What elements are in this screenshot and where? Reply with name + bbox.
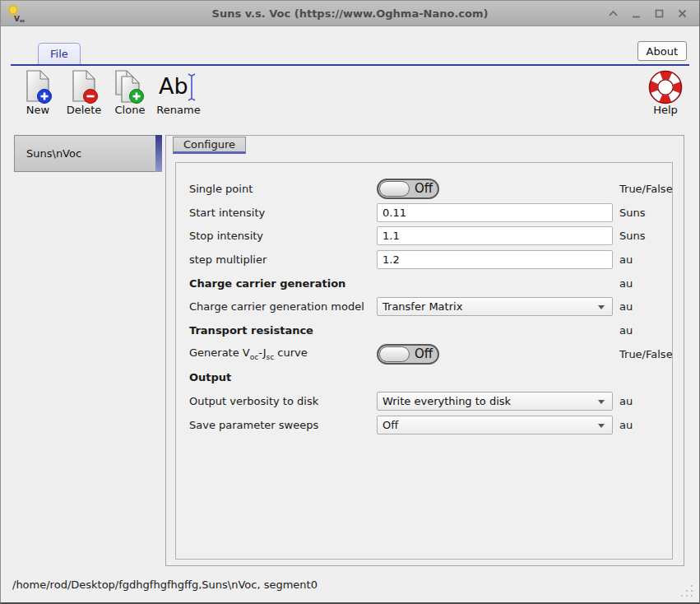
field-label: step multiplier: [189, 253, 370, 266]
form-row: step multiplierau: [189, 248, 672, 272]
dropdown-value: Write everything to disk: [382, 395, 511, 407]
chevron-down-icon: [598, 424, 605, 428]
text-input[interactable]: [377, 226, 613, 245]
rename-button[interactable]: Ab Rename: [153, 69, 204, 131]
unit-label: True/False: [619, 348, 673, 360]
unit-label: au: [619, 419, 672, 431]
tab-configure[interactable]: Configure: [173, 137, 246, 154]
toggle-value: Off: [415, 181, 433, 196]
svg-text:Voc: Voc: [14, 15, 25, 23]
unit-label: au: [619, 395, 672, 407]
help-button-label: Help: [653, 104, 678, 116]
clone-button[interactable]: Clone: [107, 69, 153, 131]
tab-file[interactable]: File: [38, 43, 81, 64]
new-button-label: New: [26, 104, 49, 116]
tab-file-label: File: [50, 48, 68, 60]
document-delete-icon: [69, 69, 99, 105]
field-label: Output verbosity to disk: [189, 395, 370, 407]
field-label: Save parameter sweeps: [189, 419, 370, 431]
form-row: Transport resistanceau: [189, 318, 672, 342]
content-area: Suns\nVoc Configure Single pointOffTrue/…: [1, 135, 699, 566]
form-row: Charge carrier generation modelTransfer …: [189, 295, 672, 318]
rename-text-cursor-icon: Ab: [157, 69, 200, 105]
dropdown-value: Off: [382, 419, 398, 431]
text-input[interactable]: [377, 203, 613, 222]
dropdown-value: Transfer Matrix: [382, 300, 462, 313]
delete-button-label: Delete: [67, 104, 102, 116]
app-window: Voc Suns v.s. Voc (https://www.Oghma-Nan…: [0, 0, 700, 604]
form-row: Stop intensitySuns: [189, 224, 672, 248]
chevron-down-icon: [598, 305, 605, 309]
field-label: Single point: [189, 183, 370, 195]
sidebar-item-label: Suns\nVoc: [26, 147, 81, 160]
toggle-knob: [379, 346, 410, 362]
field-label: Transport resistance: [189, 324, 370, 337]
window-title: Suns v.s. Voc (https://www.Oghma-Nano.co…: [1, 7, 699, 20]
form-row: Single pointOffTrue/False: [189, 177, 672, 201]
field-label: Start intensity: [189, 207, 370, 219]
main-panel: Configure Single pointOffTrue/FalseStart…: [165, 135, 684, 566]
status-path-text: /home/rod/Desktop/fgdhgfhgfhgffg,Suns\nV…: [12, 578, 318, 591]
field-label: Output: [189, 371, 370, 383]
unit-label: Suns: [619, 230, 672, 242]
dropdown[interactable]: Write everything to disk: [377, 392, 613, 411]
close-icon[interactable]: [677, 8, 688, 19]
form-row: Save parameter sweepsOffau: [189, 413, 672, 437]
chevron-down-icon: [598, 400, 605, 404]
toolbar: New Delete: [1, 66, 699, 131]
tab-configure-label: Configure: [183, 138, 235, 151]
about-button-label: About: [647, 45, 678, 58]
form-row: Charge carrier generationau: [189, 272, 672, 295]
document-clone-icon: [114, 69, 146, 105]
unit-label: au: [619, 253, 672, 266]
dropdown[interactable]: Transfer Matrix: [377, 297, 613, 316]
field-label: Charge carrier generation: [189, 277, 370, 290]
field-label: Stop intensity: [189, 230, 370, 242]
unit-label: au: [619, 324, 672, 337]
menu-tab-bar: File About: [1, 26, 699, 66]
app-sun-voc-icon: Voc: [5, 2, 25, 24]
rollup-icon[interactable]: [608, 8, 619, 19]
field-label: Generate Voc-Jsc curve: [189, 346, 370, 361]
minimize-icon[interactable]: [631, 8, 642, 19]
configure-form: Single pointOffTrue/FalseStart intensity…: [175, 162, 673, 560]
selected-indicator-strip: [155, 135, 162, 172]
sidebar: Suns\nVoc: [1, 135, 165, 566]
form-rows: Single pointOffTrue/FalseStart intensity…: [189, 177, 672, 437]
statusbar: /home/rod/Desktop/fgdhgfhgfhgffg,Suns\nV…: [1, 566, 699, 603]
toggle-switch[interactable]: Off: [377, 344, 439, 365]
rename-button-label: Rename: [156, 104, 200, 116]
toggle-knob: [379, 181, 410, 197]
form-row: Output: [189, 366, 672, 390]
dropdown[interactable]: Off: [377, 416, 613, 434]
form-row: Generate Voc-Jsc curveOffTrue/False: [189, 342, 672, 366]
new-button[interactable]: New: [15, 69, 61, 131]
delete-button[interactable]: Delete: [61, 69, 107, 131]
about-button[interactable]: About: [637, 41, 687, 61]
resize-grip[interactable]: [680, 584, 694, 598]
form-row: Start intensitySuns: [189, 201, 672, 225]
unit-label: Suns: [619, 207, 672, 219]
form-row: Output verbosity to diskWrite everything…: [189, 389, 672, 413]
clone-button-label: Clone: [115, 104, 146, 116]
svg-text:Ab: Ab: [159, 73, 188, 99]
text-input[interactable]: [377, 250, 613, 269]
help-button[interactable]: Help: [642, 69, 688, 116]
lifesaver-icon: [647, 69, 684, 105]
unit-label: au: [619, 300, 672, 313]
titlebar[interactable]: Voc Suns v.s. Voc (https://www.Oghma-Nan…: [1, 1, 699, 26]
field-label: Charge carrier generation model: [189, 300, 370, 313]
maximize-icon[interactable]: [654, 8, 665, 19]
toggle-value: Off: [415, 346, 433, 361]
sidebar-item-suns-voc[interactable]: Suns\nVoc: [14, 135, 162, 172]
document-new-icon: [23, 69, 53, 105]
toggle-switch[interactable]: Off: [377, 179, 439, 199]
unit-label: au: [619, 277, 672, 290]
unit-label: True/False: [619, 183, 673, 195]
